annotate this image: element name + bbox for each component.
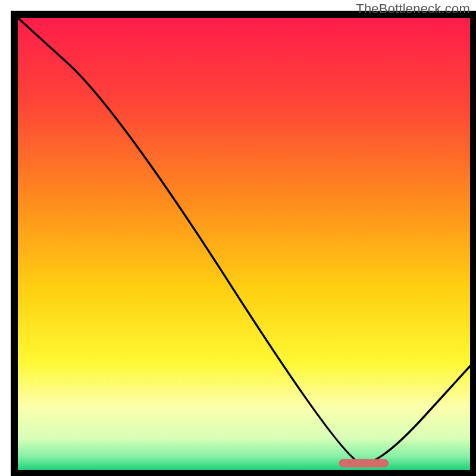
watermark-text: TheBottleneck.com xyxy=(356,1,470,17)
plot-area xyxy=(18,18,470,470)
bottleneck-chart xyxy=(0,0,476,476)
optimal-marker xyxy=(339,459,389,468)
chart-container: TheBottleneck.com xyxy=(0,0,476,476)
